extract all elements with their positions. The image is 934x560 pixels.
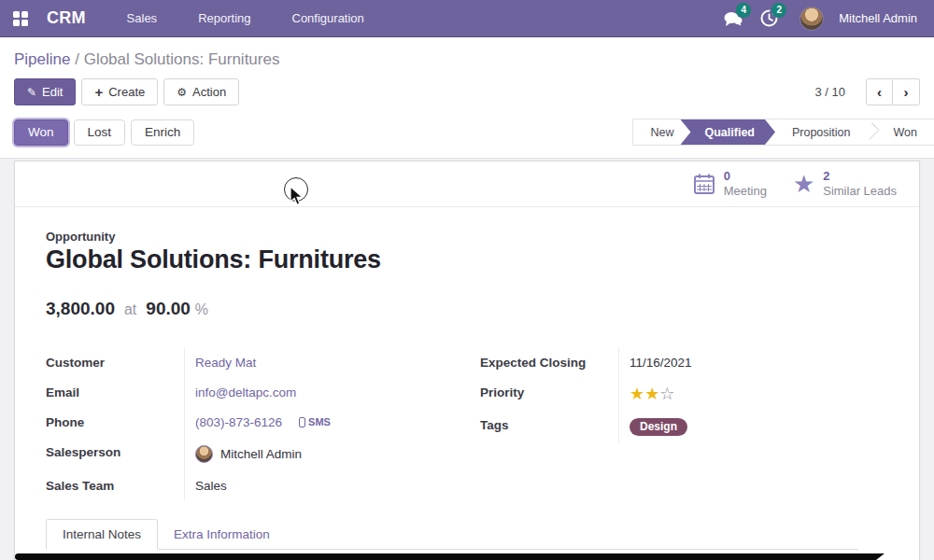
nav-item-reporting[interactable]: Reporting [198, 11, 250, 25]
sales-team-value[interactable]: Sales [195, 479, 227, 493]
customer-value-link[interactable]: Ready Mat [195, 356, 256, 370]
opportunity-title: Global Solutions: Furnitures [46, 245, 888, 274]
toolbar: ✎ Edit + Create ⚙ Action 3 / 10 ‹ › [14, 78, 920, 119]
mobile-phone-icon [299, 417, 305, 427]
gear-icon: ⚙ [177, 86, 187, 99]
phone-value-link[interactable]: (803)-873-6126 [195, 415, 282, 429]
playback-progress-bar [15, 553, 884, 560]
opportunity-form-card: 0 Meeting ★ 2 Similar Leads Opportunity … [14, 161, 920, 560]
app-brand[interactable]: CRM [47, 8, 86, 28]
stage-qualified[interactable]: Qualified [680, 119, 774, 145]
create-button[interactable]: + Create [81, 78, 158, 105]
right-field-group: Expected Closing 11/16/2021 Priority ★ ★… [480, 347, 888, 443]
chevron-right-icon: › [904, 84, 909, 100]
nav-item-configuration[interactable]: Configuration [292, 11, 364, 25]
mark-lost-button[interactable]: Lost [74, 119, 126, 146]
breadcrumb-pipeline-link[interactable]: Pipeline [14, 50, 71, 68]
user-menu[interactable]: Mitchell Admin [839, 11, 917, 25]
tags-label: Tags [480, 410, 618, 443]
messages-count-badge: 4 [736, 3, 751, 18]
user-avatar[interactable] [800, 7, 824, 31]
stat-button-strip: 0 Meeting ★ 2 Similar Leads [15, 161, 919, 207]
breadcrumb-current: / Global Solutions: Furnitures [71, 50, 280, 68]
email-value-link[interactable]: info@deltapc.com [195, 385, 296, 399]
expected-revenue-value: 3,800.00 [46, 299, 115, 319]
left-field-group: Customer Ready Mat Email info@deltapc.co… [46, 347, 454, 500]
plus-icon: + [94, 84, 103, 100]
record-type-label: Opportunity [46, 230, 888, 244]
stage-new[interactable]: New [633, 119, 690, 145]
field-groups: Customer Ready Mat Email info@deltapc.co… [46, 347, 888, 500]
control-panel: Pipeline / Global Solutions: Furnitures … [0, 37, 934, 159]
crm-app-window: CRM Sales Reporting Configuration 4 [0, 0, 934, 560]
stage-won[interactable]: Won [877, 119, 934, 145]
activities-count-badge: 2 [771, 3, 786, 18]
tab-internal-notes[interactable]: Internal Notes [46, 519, 158, 550]
priority-star-3-icon[interactable]: ☆ [659, 385, 674, 402]
meeting-count: 0 [724, 169, 767, 184]
expected-closing-label: Expected Closing [480, 347, 618, 377]
stage-separator [868, 119, 877, 145]
pager-next-button[interactable]: › [893, 78, 920, 105]
enrich-button[interactable]: Enrich [131, 119, 194, 146]
stage-proposition[interactable]: Proposition [775, 119, 868, 145]
star-icon: ★ [793, 172, 814, 196]
stage-pipeline: New Qualified Proposition Won [632, 119, 934, 146]
edit-button-label: Edit [42, 85, 63, 99]
email-label: Email [46, 377, 184, 407]
create-button-label: Create [108, 85, 145, 99]
sms-label: SMS [308, 416, 331, 427]
meeting-label: Meeting [724, 184, 767, 199]
meeting-stat-button[interactable]: 0 Meeting [680, 161, 780, 206]
tab-extra-information[interactable]: Extra Information [158, 520, 286, 549]
similar-leads-stat-button[interactable]: ★ 2 Similar Leads [780, 161, 910, 206]
priority-label: Priority [480, 377, 618, 410]
statusbar: Won Lost Enrich New Qualified Propositio… [14, 119, 920, 158]
priority-star-2-icon[interactable]: ★ [644, 385, 659, 402]
calendar-icon [693, 173, 715, 195]
record-pager: 3 / 10 ‹ › [814, 78, 920, 105]
similar-leads-count: 2 [823, 169, 897, 184]
pencil-icon: ✎ [27, 86, 36, 99]
salesperson-avatar [195, 445, 213, 463]
at-label: at [124, 301, 136, 318]
customer-label: Customer [46, 347, 184, 377]
sms-button[interactable]: SMS [299, 416, 331, 427]
expected-closing-value[interactable]: 11/16/2021 [630, 356, 692, 370]
sales-team-label: Sales Team [46, 470, 184, 500]
action-button[interactable]: ⚙ Action [163, 78, 239, 105]
top-nav: CRM Sales Reporting Configuration 4 [0, 0, 934, 37]
tab-bar: Internal Notes Extra Information [46, 519, 858, 550]
breadcrumb: Pipeline / Global Solutions: Furnitures [14, 47, 920, 78]
salesperson-label: Salesperson [46, 437, 184, 470]
apps-menu-icon[interactable] [13, 11, 28, 26]
percent-sign: % [195, 301, 208, 318]
similar-leads-label: Similar Leads [823, 184, 897, 199]
expected-revenue-row: 3,800.00 at 90.00 % [46, 299, 888, 319]
chevron-left-icon: ‹ [877, 84, 882, 100]
phone-label: Phone [46, 407, 184, 437]
edit-button[interactable]: ✎ Edit [14, 78, 76, 105]
messages-icon[interactable]: 4 [719, 5, 747, 33]
priority-stars: ★ ★ ☆ [618, 377, 888, 410]
pager-counter: 3 / 10 [814, 85, 845, 99]
probability-value: 90.00 [146, 299, 191, 319]
nav-item-sales[interactable]: Sales [127, 11, 158, 25]
tag-design[interactable]: Design [630, 418, 687, 436]
mark-won-button[interactable]: Won [14, 119, 68, 146]
activities-icon[interactable]: 2 [755, 5, 783, 33]
priority-star-1-icon[interactable]: ★ [630, 385, 644, 402]
mouse-cursor [290, 186, 305, 206]
pager-previous-button[interactable]: ‹ [866, 78, 893, 105]
action-button-label: Action [192, 85, 226, 99]
salesperson-value[interactable]: Mitchell Admin [220, 447, 302, 461]
form-sheet: Opportunity Global Solutions: Furnitures… [15, 207, 919, 550]
notebook: Internal Notes Extra Information [46, 519, 888, 550]
